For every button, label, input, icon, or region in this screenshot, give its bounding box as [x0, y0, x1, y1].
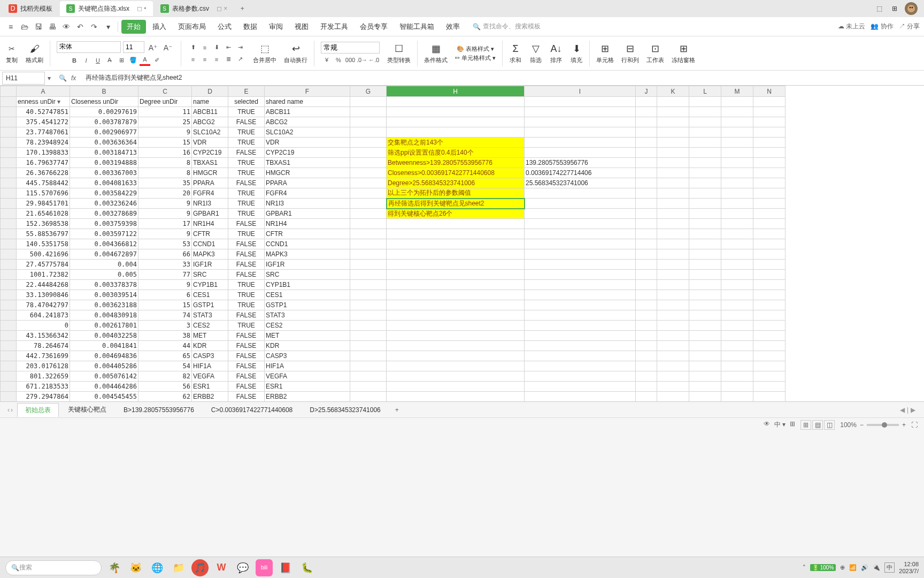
menu-dev[interactable]: 开发工具: [315, 20, 353, 34]
tray-ime[interactable]: 中: [884, 562, 895, 573]
table-row[interactable]: 26.36766228 0.003367003 8 HMGCR TRUE HMG…: [1, 168, 786, 178]
cell-style[interactable]: ✏ 单元格样式 ▾: [455, 54, 496, 62]
orient-icon[interactable]: ↗: [235, 54, 245, 65]
table-row[interactable]: 604.241873 0.004830918 74 STAT3 FALSE ST…: [1, 310, 786, 321]
table-row[interactable]: 170.1398833 0.003184713 16 CYP2C19 FALSE…: [1, 148, 786, 158]
col-header-I[interactable]: I: [525, 86, 636, 97]
align-right-icon[interactable]: ≡: [211, 54, 222, 65]
open-icon[interactable]: 🗁: [18, 20, 31, 33]
app-icon-wps[interactable]: W: [213, 559, 230, 576]
percent-icon[interactable]: %: [333, 55, 344, 65]
table-row[interactable]: 140.5351758 0.004366812 53 CCND1 FALSE C…: [1, 239, 786, 249]
formula-input[interactable]: 再经筛选后得到关键靶点见sheet2: [81, 72, 924, 85]
menu-icon[interactable]: ≡: [4, 20, 17, 33]
cell-ops[interactable]: ⊞单元格: [593, 41, 617, 65]
table-row[interactable]: 279.2947864 0.004545455 62 ERBB2 FALSE E…: [1, 392, 786, 402]
sheet-tab-5[interactable]: D>25.568345323741006: [302, 404, 388, 416]
row-header[interactable]: [1, 148, 17, 158]
col-header-D[interactable]: D: [192, 86, 228, 97]
copy-label[interactable]: 复制: [6, 56, 18, 64]
app-icon-cat[interactable]: 🐱: [127, 559, 144, 576]
row-header[interactable]: [1, 392, 17, 402]
row-header[interactable]: [1, 371, 17, 382]
sheet-scroll-right[interactable]: ▶: [911, 406, 915, 414]
sum[interactable]: Σ求和: [506, 41, 525, 65]
fx-icon[interactable]: fx: [71, 74, 76, 82]
table-row[interactable]: 27.45775784 0.004 33 IGF1R FALSE IGF1R: [1, 260, 786, 270]
row-header[interactable]: [1, 188, 17, 199]
row-header[interactable]: [1, 127, 17, 138]
data-table[interactable]: ABCDEFGHIJKLMN enness unDir ▾ Closeness …: [0, 86, 786, 401]
sheet-nav-last[interactable]: ›: [11, 406, 13, 414]
tray-chinese-icon[interactable]: ⊕: [840, 564, 845, 571]
row-header[interactable]: [1, 138, 17, 148]
print-icon[interactable]: 🖶: [46, 20, 59, 33]
clear-fmt-icon[interactable]: ✐: [151, 55, 162, 66]
border-icon[interactable]: ⊞: [116, 55, 127, 66]
fill[interactable]: ⬇填充: [567, 41, 586, 65]
fill-color-icon[interactable]: 🪣: [128, 55, 138, 66]
table-row[interactable]: 445.7588442 0.004081633 35 PPARA FALSE P…: [1, 178, 786, 188]
app-icon-red[interactable]: 📕: [277, 559, 294, 576]
view-page-icon[interactable]: ▤: [812, 420, 823, 430]
sheet-scroll-left[interactable]: ◀: [900, 406, 905, 414]
command-search[interactable]: 🔍 查找命令、搜索模板: [473, 22, 541, 31]
menu-layout[interactable]: 页面布局: [173, 20, 211, 34]
col-header-E[interactable]: E: [228, 86, 265, 97]
align-center-icon[interactable]: ≡: [199, 54, 210, 65]
indent-inc-icon[interactable]: ⇥: [235, 42, 245, 53]
filter[interactable]: ▽筛选: [526, 41, 545, 65]
row-header[interactable]: [1, 351, 17, 361]
user-avatar[interactable]: [905, 2, 918, 15]
row-header[interactable]: [1, 168, 17, 178]
coop-button[interactable]: 👥 协作: [871, 22, 893, 31]
app-icon-music[interactable]: 🎵: [191, 559, 209, 576]
undo-icon[interactable]: ↶: [74, 20, 87, 33]
underline-icon[interactable]: U: [93, 55, 103, 66]
tray-clock[interactable]: 12:08 2023/7/: [899, 561, 919, 574]
col-header-G[interactable]: G: [350, 86, 387, 97]
row-header[interactable]: [1, 300, 17, 310]
dec-dec-icon[interactable]: ←.0: [368, 55, 379, 65]
table-row[interactable]: 500.421696 0.004672897 66 MAPK3 FALSE MA…: [1, 249, 786, 260]
menu-start[interactable]: 开始: [121, 20, 146, 34]
chinese-icon[interactable]: 中 ▾: [774, 420, 786, 429]
share-button[interactable]: ↗ 分享: [899, 22, 920, 31]
window-control-2[interactable]: ⊞: [890, 4, 899, 13]
col-header-N[interactable]: N: [753, 86, 786, 97]
row-header[interactable]: [1, 107, 17, 117]
table-row[interactable]: 78.47042797 0.003623188 15 GSTP1 TRUE GS…: [1, 300, 786, 310]
tab-file-1[interactable]: S 关键靶点筛选.xlsx ◻ •: [60, 1, 153, 16]
app-icon-pink[interactable]: bili: [256, 559, 273, 576]
sheet-tab-4[interactable]: C>0.0036917422771440608: [203, 404, 301, 416]
tray-volume-icon[interactable]: 🔊: [861, 564, 868, 571]
redo-icon[interactable]: ↷: [88, 20, 101, 33]
menu-formula[interactable]: 公式: [212, 20, 237, 34]
row-header[interactable]: [1, 199, 17, 209]
row-header[interactable]: [1, 331, 17, 341]
col-header-L[interactable]: L: [689, 86, 721, 97]
grid-toggle-icon[interactable]: ⊞: [790, 420, 795, 429]
col-header-C[interactable]: C: [138, 86, 192, 97]
wrap-text[interactable]: ↩ 自动换行: [281, 41, 311, 65]
add-sheet-button[interactable]: +: [390, 406, 404, 414]
eye-icon[interactable]: 👁: [764, 420, 770, 429]
row-header[interactable]: [1, 97, 17, 107]
cut-icon[interactable]: ✂: [5, 42, 18, 55]
tray-wifi-icon[interactable]: 📶: [849, 564, 857, 571]
table-row[interactable]: 78.264674 0.0041841 44 KDR FALSE KDR: [1, 341, 786, 351]
font-color-icon[interactable]: A: [140, 55, 150, 66]
font-name-select[interactable]: [57, 41, 121, 53]
save-icon[interactable]: 🖫: [32, 20, 45, 33]
table-row[interactable]: 33.13090846 0.003039514 6 CES1 TRUE CES1: [1, 290, 786, 300]
table-row[interactable]: 801.322659 0.005076142 82 VEGFA FALSE VE…: [1, 371, 786, 382]
table-row[interactable]: 442.7361699 0.004694836 65 CASP3 FALSE C…: [1, 351, 786, 361]
sheet-tab-1[interactable]: 初始总表: [17, 403, 59, 417]
row-header[interactable]: [1, 229, 17, 239]
menu-member[interactable]: 会员专享: [355, 20, 393, 34]
col-header-H[interactable]: H: [387, 86, 525, 97]
window-control-1[interactable]: ⬚: [874, 4, 884, 13]
table-row[interactable]: 21.65461028 0.003278689 9 GPBAR1 TRUE GP…: [1, 209, 786, 219]
zoom-in-icon[interactable]: +: [902, 421, 906, 429]
sheet-tab-2[interactable]: 关键核心靶点: [60, 402, 114, 417]
